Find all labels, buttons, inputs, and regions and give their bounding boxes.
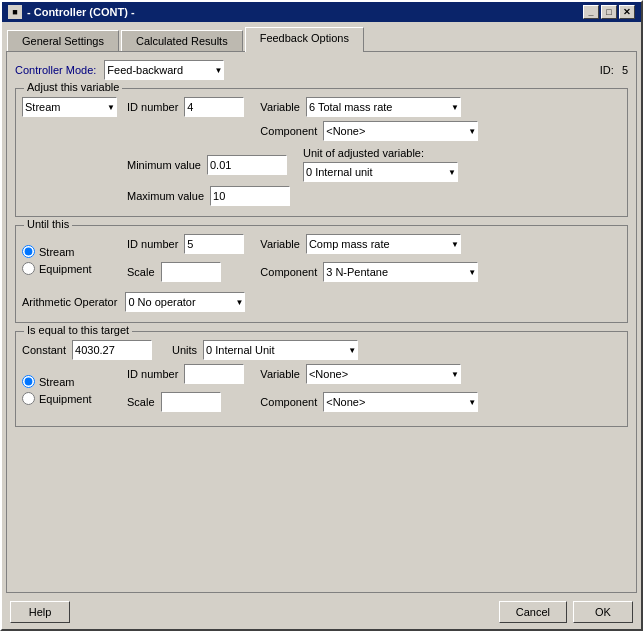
equal-constant-input[interactable]: 4030.27 xyxy=(72,340,152,360)
adjust-stream-select[interactable]: Stream xyxy=(22,97,117,117)
until-component-label: Component xyxy=(260,266,317,278)
title-buttons: _ □ ✕ xyxy=(583,5,635,19)
until-variable-select-wrapper: Comp mass rate xyxy=(306,234,461,254)
until-component-select-wrapper: 3 N-Pentane xyxy=(323,262,478,282)
ok-button[interactable]: OK xyxy=(573,601,633,623)
right-buttons: Cancel OK xyxy=(499,601,633,623)
until-id-label: ID number xyxy=(127,238,178,250)
equal-constant-row: Constant 4030.27 Units 0 Internal Unit xyxy=(22,340,621,360)
until-id-row: ID number 5 xyxy=(127,234,244,254)
until-stream-radio-row: Stream xyxy=(22,245,117,258)
arithmetic-select[interactable]: 0 No operator xyxy=(125,292,245,312)
arithmetic-row: Arithmetic Operator 0 No operator xyxy=(22,292,621,312)
equal-scale-row: Scale xyxy=(127,392,244,412)
adjust-id-label: ID number xyxy=(127,101,178,113)
controller-mode-select-wrapper: Feed-backward xyxy=(104,60,224,80)
close-button[interactable]: ✕ xyxy=(619,5,635,19)
tab-calculated-results[interactable]: Calculated Results xyxy=(121,30,243,51)
until-variable-label: Variable xyxy=(260,238,300,250)
until-stream-label: Stream xyxy=(39,246,74,258)
main-window: ■ - Controller (CONT) - _ □ ✕ General Se… xyxy=(0,0,643,631)
adjust-max-input[interactable]: 10 xyxy=(210,186,290,206)
adjust-row1: Stream ID number 4 Variable 6 Total mass… xyxy=(22,97,621,117)
tab-content: Controller Mode: Feed-backward ID: 5 Adj… xyxy=(6,51,637,593)
adjust-min-input[interactable]: 0.01 xyxy=(207,155,287,175)
cancel-button[interactable]: Cancel xyxy=(499,601,567,623)
adjust-group-title: Adjust this variable xyxy=(24,81,122,93)
adjust-row4: Maximum value 10 xyxy=(22,186,621,206)
until-id-input[interactable]: 5 xyxy=(184,234,244,254)
equal-variable-select-wrapper: <None> xyxy=(306,364,461,384)
controller-mode-label: Controller Mode: xyxy=(15,64,96,76)
until-scale-row: Scale xyxy=(127,262,244,282)
equal-constant-label: Constant xyxy=(22,344,66,356)
tab-general-settings[interactable]: General Settings xyxy=(7,30,119,51)
equal-variable-select[interactable]: <None> xyxy=(306,364,461,384)
arithmetic-label: Arithmetic Operator xyxy=(22,296,117,308)
equal-equipment-radio[interactable] xyxy=(22,392,35,405)
equal-group-title: Is equal to this target xyxy=(24,324,132,336)
until-variable-select[interactable]: Comp mass rate xyxy=(306,234,461,254)
until-scale-input[interactable] xyxy=(161,262,221,282)
adjust-max-label: Maximum value xyxy=(127,190,204,202)
until-component-select[interactable]: 3 N-Pentane xyxy=(323,262,478,282)
equal-stream-label: Stream xyxy=(39,376,74,388)
until-scale-label: Scale xyxy=(127,266,155,278)
maximize-button[interactable]: □ xyxy=(601,5,617,19)
title-bar: ■ - Controller (CONT) - _ □ ✕ xyxy=(2,2,641,22)
equal-id-label: ID number xyxy=(127,368,178,380)
until-equipment-radio-row: Equipment xyxy=(22,262,117,275)
equal-units-label: Units xyxy=(172,344,197,356)
adjust-variable-select-wrapper: 6 Total mass rate xyxy=(306,97,461,117)
equal-id-scale-col: ID number Scale xyxy=(127,364,244,416)
equal-id-row: ID number xyxy=(127,364,244,384)
until-stream-radio[interactable] xyxy=(22,245,35,258)
equal-group: Is equal to this target Constant 4030.27… xyxy=(15,331,628,427)
adjust-component-select[interactable]: <None> xyxy=(323,121,478,141)
controller-mode-select[interactable]: Feed-backward xyxy=(104,60,224,80)
minimize-button[interactable]: _ xyxy=(583,5,599,19)
tab-feedback-options[interactable]: Feedback Options xyxy=(245,27,364,52)
until-component-row: Component 3 N-Pentane xyxy=(260,262,478,282)
adjust-stream-select-wrapper: Stream xyxy=(22,97,117,117)
until-group: Until this Stream Equipment ID number xyxy=(15,225,628,323)
equal-stream-row: Stream Equipment ID number Scale xyxy=(22,364,621,416)
equal-stream-radio[interactable] xyxy=(22,375,35,388)
window-title: - Controller (CONT) - xyxy=(27,6,583,18)
until-equipment-radio[interactable] xyxy=(22,262,35,275)
adjust-variable-select[interactable]: 6 Total mass rate xyxy=(306,97,461,117)
controller-mode-row: Controller Mode: Feed-backward ID: 5 xyxy=(15,60,628,80)
adjust-row2: ID number Component <None> xyxy=(22,121,621,141)
equal-component-select[interactable]: <None> xyxy=(323,392,478,412)
equal-component-label: Component xyxy=(260,396,317,408)
equal-radio-group: Stream Equipment xyxy=(22,375,117,405)
bottom-buttons: Help Cancel OK xyxy=(2,593,641,629)
equal-id-input[interactable] xyxy=(184,364,244,384)
adjust-variable-label: Variable xyxy=(260,101,300,113)
id-section: ID: 5 xyxy=(600,64,628,76)
equal-units-select-wrapper: 0 Internal Unit xyxy=(203,340,358,360)
adjust-min-label: Minimum value xyxy=(127,159,201,171)
adjust-component-label: Component xyxy=(260,125,317,137)
equal-stream-radio-row: Stream xyxy=(22,375,117,388)
equal-equipment-label: Equipment xyxy=(39,393,92,405)
equal-scale-label: Scale xyxy=(127,396,155,408)
until-variable-row: Variable Comp mass rate xyxy=(260,234,478,254)
equal-component-row: Component <None> xyxy=(260,392,478,412)
equal-units-select[interactable]: 0 Internal Unit xyxy=(203,340,358,360)
id-value: 5 xyxy=(622,64,628,76)
adjust-unit-select-wrapper: 0 Internal unit xyxy=(303,162,458,182)
adjust-unit-select[interactable]: 0 Internal unit xyxy=(303,162,458,182)
equal-scale-input[interactable] xyxy=(161,392,221,412)
help-button[interactable]: Help xyxy=(10,601,70,623)
adjust-row3: Minimum value 0.01 Unit of adjusted vari… xyxy=(22,147,621,182)
window-icon: ■ xyxy=(8,5,22,19)
until-row1: Stream Equipment ID number 5 Scale xyxy=(22,234,621,286)
equal-variable-row: Variable <None> xyxy=(260,364,478,384)
adjust-component-select-wrapper: <None> xyxy=(323,121,478,141)
adjust-id-input[interactable]: 4 xyxy=(184,97,244,117)
until-var-comp-col: Variable Comp mass rate Component 3 N-Pe… xyxy=(260,234,478,286)
equal-variable-label: Variable xyxy=(260,368,300,380)
id-label: ID: xyxy=(600,64,614,76)
until-equipment-label: Equipment xyxy=(39,263,92,275)
